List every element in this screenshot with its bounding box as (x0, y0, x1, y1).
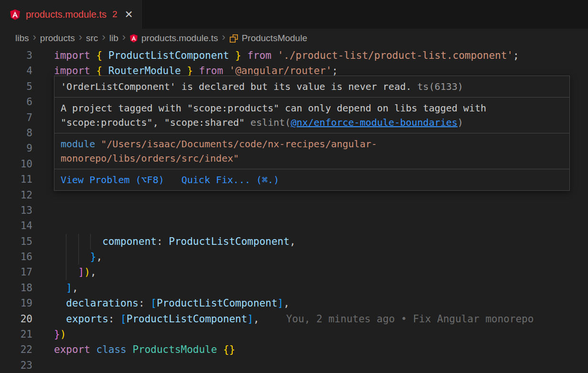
diagnostic-source-prefix: eslint( (250, 117, 290, 128)
indent-guide (66, 249, 66, 264)
line-number[interactable]: 16 (0, 249, 32, 264)
code-line-content: exports: [ProductListComponent],You, 2 m… (54, 311, 588, 327)
code-line-19[interactable]: 19 declarations: [ProductListComponent], (0, 296, 588, 311)
hover-ts-diagnostic: 'OrderListComponent' is declared but its… (54, 76, 569, 98)
line-number[interactable]: 19 (0, 296, 32, 311)
code-line-content: }) (54, 327, 588, 342)
view-problem-button[interactable]: View Problem (⌥F8) (61, 173, 164, 187)
line-number[interactable]: 11 (0, 172, 32, 187)
line-number[interactable]: 5 (0, 79, 32, 94)
indent-guide (66, 234, 66, 249)
code-line-20[interactable]: 20 exports: [ProductListComponent],You, … (0, 311, 588, 327)
diagnostics-hover: 'OrderListComponent' is declared but its… (54, 76, 570, 191)
chevron-right-icon: › (122, 32, 126, 43)
hover-action-bar: View Problem (⌥F8) Quick Fix... (⌘.) (54, 169, 569, 190)
breadcrumb-item-file[interactable]: products.module.ts (129, 33, 218, 44)
quick-fix-button[interactable]: Quick Fix... (⌘.) (182, 173, 279, 187)
breadcrumb-item-libs[interactable]: libs (15, 33, 29, 44)
code-line-14[interactable]: 14 (0, 218, 588, 233)
line-number[interactable]: 17 (0, 264, 32, 280)
diagnostic-source: ts(6133) (417, 81, 463, 92)
code-line-content (54, 218, 588, 233)
code-line-content: }, (54, 249, 588, 264)
code-line-18[interactable]: 18 ], (0, 280, 588, 296)
chevron-right-icon: › (222, 32, 225, 43)
line-number[interactable]: 23 (0, 358, 32, 373)
code-line-content: ], (54, 280, 588, 296)
close-icon[interactable]: × (125, 8, 133, 21)
code-line-content: declarations: [ProductListComponent], (54, 296, 588, 311)
breadcrumb: libs › products › src › lib › products.m… (0, 29, 588, 48)
code-line-content: ]), (54, 264, 588, 280)
breadcrumb-item-symbol[interactable]: ProductsModule (229, 33, 307, 44)
code-line-content (54, 358, 588, 373)
indent-guide (66, 264, 66, 280)
code-line-23[interactable]: 23 (0, 358, 588, 373)
line-number[interactable]: 10 (0, 156, 32, 172)
code-line-3[interactable]: 3import { ProductListComponent } from '.… (0, 48, 588, 63)
indent-guide (78, 249, 79, 264)
chevron-right-icon: › (102, 32, 105, 43)
line-number[interactable]: 18 (0, 280, 32, 296)
line-number[interactable]: 12 (0, 187, 32, 203)
code-line-content: component: ProductListComponent, (54, 234, 588, 249)
code-line-15[interactable]: 15 component: ProductListComponent, (0, 234, 588, 249)
angular-icon (129, 33, 138, 43)
chevron-right-icon: › (79, 32, 82, 43)
hover-module-info: module "/Users/isaac/Documents/code/nx-r… (54, 133, 569, 169)
tab-title: products.module.ts (26, 9, 107, 20)
code-line-13[interactable]: 13 (0, 203, 588, 218)
line-number[interactable]: 7 (0, 110, 32, 125)
tab-problem-count: 2 (112, 9, 118, 20)
breadcrumb-item-lib[interactable]: lib (109, 33, 118, 44)
code-line-16[interactable]: 16 }, (0, 249, 588, 264)
diagnostic-message-line2: "scope:products", "scope:shared" eslint(… (61, 115, 563, 130)
breadcrumb-item-products[interactable]: products (40, 33, 75, 44)
eslint-rule-link[interactable]: @nx/enforce-module-boundaries (291, 117, 458, 128)
diagnostic-message-line1: A project tagged with "scope:products" c… (61, 101, 563, 115)
chevron-right-icon: › (33, 32, 36, 43)
code-line-content: export class ProductsModule {} (54, 342, 588, 357)
line-number[interactable]: 9 (0, 141, 32, 156)
code-line-17[interactable]: 17 ]), (0, 264, 588, 280)
git-blame-annotation: You, 2 minutes ago • Fix Angular monorep… (286, 313, 534, 325)
diagnostic-source-suffix: ) (458, 117, 463, 128)
line-number[interactable]: 3 (0, 48, 32, 63)
indent-guide (90, 234, 91, 249)
breadcrumb-item-src[interactable]: src (86, 33, 98, 44)
module-info-line1: module "/Users/isaac/Documents/code/nx-r… (61, 137, 563, 151)
code-line-21[interactable]: 21}) (0, 327, 588, 342)
line-number[interactable]: 22 (0, 342, 32, 357)
line-number[interactable]: 13 (0, 203, 32, 218)
line-number[interactable]: 14 (0, 218, 32, 233)
indent-guide (78, 234, 79, 249)
angular-icon (10, 9, 21, 21)
line-number[interactable]: 20 (0, 311, 32, 327)
code-line-content: import { ProductListComponent } from './… (54, 48, 588, 63)
code-line-content (54, 203, 588, 218)
line-number[interactable]: 15 (0, 234, 32, 249)
tab-products-module[interactable]: products.module.ts 2 × (0, 0, 142, 29)
module-info-line2: monorepo/libs/orders/src/index" (61, 151, 563, 165)
line-number[interactable]: 8 (0, 125, 32, 141)
class-symbol-icon (229, 34, 238, 43)
line-number[interactable]: 6 (0, 94, 32, 110)
tab-bar: products.module.ts 2 × (0, 0, 588, 29)
code-line-22[interactable]: 22export class ProductsModule {} (0, 342, 588, 357)
line-number[interactable]: 4 (0, 63, 32, 78)
line-number[interactable]: 21 (0, 327, 32, 342)
hover-eslint-diagnostic: A project tagged with "scope:products" c… (54, 98, 569, 133)
module-keyword: module (61, 138, 95, 150)
diagnostic-message: 'OrderListComponent' is declared but its… (61, 81, 412, 92)
